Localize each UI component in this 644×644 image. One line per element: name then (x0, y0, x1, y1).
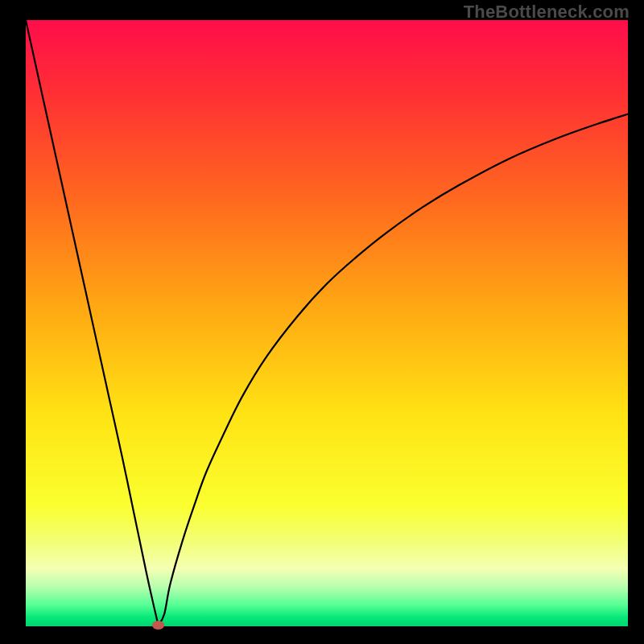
watermark-text: TheBottleneck.com (464, 2, 630, 23)
bottleneck-chart (0, 0, 644, 644)
minimum-marker (152, 621, 164, 630)
chart-container: TheBottleneck.com (0, 0, 644, 644)
plot-background (26, 20, 628, 626)
